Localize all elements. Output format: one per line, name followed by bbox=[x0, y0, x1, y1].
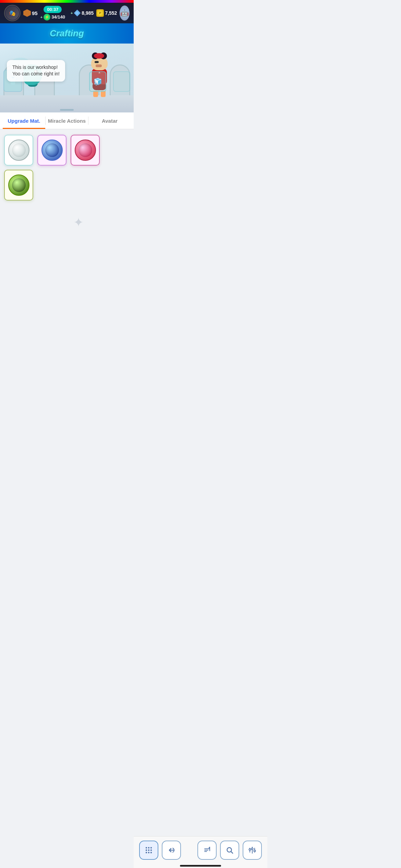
coin-stat: P 7,552 bbox=[96, 9, 117, 17]
tab-upgrade-mat[interactable]: Upgrade Mat. bbox=[3, 112, 45, 129]
energy-stat: + ⚡ 34/140 bbox=[40, 14, 65, 21]
blue-orb bbox=[41, 140, 63, 161]
timer-display: 00:37 bbox=[44, 6, 62, 13]
green-orb bbox=[8, 174, 29, 196]
level-value: 95 bbox=[32, 10, 38, 16]
coin-value: 7,552 bbox=[105, 10, 117, 16]
energy-icon: ⚡ bbox=[44, 14, 50, 21]
hud-bar: 🎭 95 00:37 + ⚡ 34/140 + 8,985 P 7,552 🤖 bbox=[0, 3, 134, 23]
empty-content-area: ✦ bbox=[37, 170, 130, 290]
robot-icon[interactable]: 🤖 bbox=[120, 5, 130, 21]
energy-plus: + bbox=[40, 15, 42, 19]
card-red-orb[interactable] bbox=[71, 135, 100, 166]
speech-line2: Yoo can come right in! bbox=[12, 71, 60, 76]
card-green-orb[interactable] bbox=[4, 170, 33, 201]
card-blue-orb[interactable] bbox=[37, 135, 66, 166]
level-stat: 95 bbox=[23, 9, 38, 17]
shield-icon bbox=[23, 9, 31, 17]
white-orb bbox=[8, 140, 29, 161]
shelf-item-right: 🧊 bbox=[89, 71, 106, 92]
energy-value: 34/140 bbox=[51, 14, 65, 20]
coin-icon: P bbox=[96, 9, 104, 17]
card-white-orb[interactable] bbox=[4, 135, 33, 166]
crafting-banner: Crafting bbox=[0, 23, 134, 44]
red-orb bbox=[75, 140, 96, 161]
rainbow-bar bbox=[0, 0, 134, 3]
tab-avatar[interactable]: Avatar bbox=[88, 112, 131, 129]
sparkle-icon: ✦ bbox=[73, 215, 84, 230]
tab-miracle-actions[interactable]: Miracle Actions bbox=[46, 112, 88, 129]
crystal-value: 8,985 bbox=[82, 10, 94, 16]
crystal-icon bbox=[74, 10, 81, 16]
tabs-bar: Upgrade Mat. Miracle Actions Avatar bbox=[0, 112, 134, 129]
crystal-stat: + 8,985 bbox=[71, 10, 94, 16]
cards-grid: ✦ bbox=[0, 129, 134, 295]
speech-bubble: This is our workshop! Yoo can come right… bbox=[7, 60, 65, 82]
avatar[interactable]: 🎭 bbox=[4, 5, 21, 21]
shelf-item-far-right bbox=[113, 71, 130, 92]
scroll-indicator bbox=[60, 109, 74, 111]
scene-area: Crafting 👕 ▲ This is our bbox=[0, 23, 134, 112]
crystal-plus: + bbox=[71, 11, 73, 15]
crafting-title: Crafting bbox=[50, 28, 84, 38]
speech-line1: This is our workshop! bbox=[12, 64, 58, 70]
